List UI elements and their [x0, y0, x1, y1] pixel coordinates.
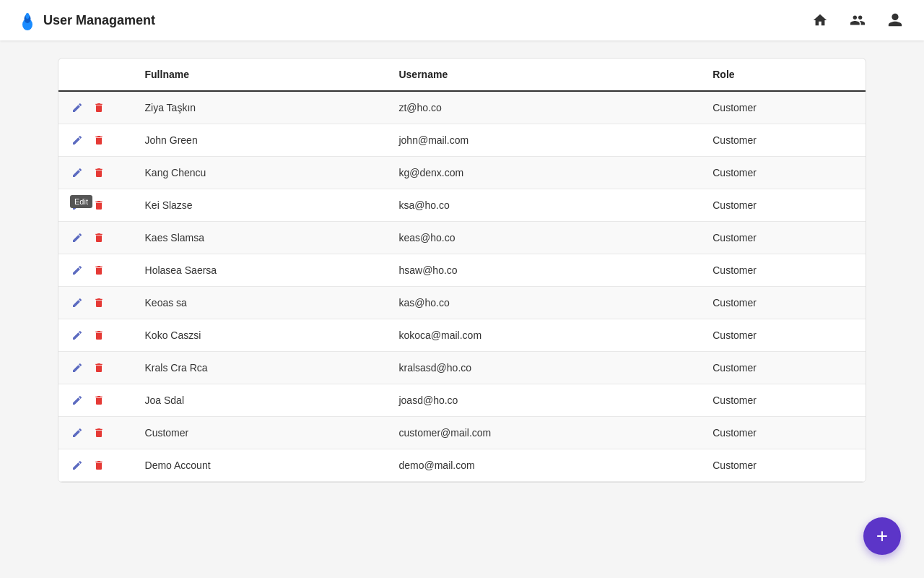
col-header-username: Username: [387, 59, 701, 91]
username-cell: kokoca@mail.com: [387, 319, 701, 352]
table-row: Koko Caszsikokoca@mail.comCustomer: [58, 319, 866, 352]
delete-button[interactable]: [92, 361, 106, 375]
svg-point-2: [26, 13, 30, 19]
actions-wrapper: [70, 100, 122, 115]
fullname-cell: Customer: [134, 417, 388, 449]
table-row: Ziya Taşkınzt@ho.coCustomer: [58, 91, 866, 124]
pencil-icon: [71, 264, 83, 276]
pencil-icon: [71, 199, 83, 211]
actions-wrapper: [70, 393, 122, 407]
username-cell: kas@ho.co: [387, 287, 701, 319]
trash-icon: [93, 232, 105, 243]
trash-icon: [93, 427, 105, 439]
actions-cell: [58, 254, 134, 287]
edit-button[interactable]: [70, 458, 84, 473]
users-button[interactable]: [846, 9, 869, 32]
home-button[interactable]: [808, 9, 832, 32]
edit-button[interactable]: [70, 100, 84, 115]
edit-button[interactable]: [70, 230, 84, 245]
role-cell: Customer: [701, 352, 866, 384]
actions-cell: [58, 124, 134, 157]
username-cell: zt@ho.co: [387, 91, 701, 124]
trash-icon: [93, 394, 105, 406]
role-cell: Customer: [701, 417, 866, 449]
fullname-cell: Ziya Taşkın: [134, 91, 388, 124]
edit-button[interactable]: [70, 426, 84, 440]
users-table-container: Fullname Username Role Ziya Taşkınzt@ho.…: [58, 58, 866, 483]
fullname-cell: John Green: [134, 124, 388, 157]
username-cell: joasd@ho.co: [387, 384, 701, 417]
role-cell: Customer: [701, 319, 866, 352]
table-row: John Greenjohn@mail.comCustomer: [58, 124, 866, 157]
delete-button[interactable]: [92, 393, 106, 407]
fullname-cell: Holasea Saersa: [134, 254, 388, 287]
actions-wrapper: [70, 328, 122, 342]
edit-button[interactable]: [70, 133, 84, 147]
username-cell: ksa@ho.co: [387, 189, 701, 222]
actions-cell: [58, 91, 134, 124]
delete-button[interactable]: [92, 296, 106, 310]
fullname-cell: Krals Cra Rca: [134, 352, 388, 384]
col-header-actions: [58, 59, 134, 91]
pencil-icon: [71, 460, 83, 471]
fullname-cell: Demo Account: [134, 449, 388, 482]
username-cell: demo@mail.com: [387, 449, 701, 482]
users-table: Fullname Username Role Ziya Taşkınzt@ho.…: [58, 59, 866, 482]
fullname-cell: Kei Slazse: [134, 189, 388, 222]
actions-cell: [58, 384, 134, 417]
fullname-cell: Kaes Slamsa: [134, 222, 388, 254]
delete-button[interactable]: [92, 165, 106, 180]
actions-wrapper: [70, 230, 122, 245]
trash-icon: [93, 102, 105, 113]
fullname-cell: Keoas sa: [134, 287, 388, 319]
role-cell: Customer: [701, 287, 866, 319]
pencil-icon: [71, 134, 83, 146]
delete-button[interactable]: [92, 100, 106, 115]
delete-button[interactable]: [92, 198, 106, 212]
edit-button[interactable]: [70, 165, 84, 180]
delete-button[interactable]: [92, 263, 106, 277]
table-row: Demo Accountdemo@mail.comCustomer: [58, 449, 866, 482]
edit-button[interactable]: [70, 198, 84, 212]
actions-cell: [58, 287, 134, 319]
header-icons: [808, 9, 907, 32]
table-row: Holasea Saersahsaw@ho.coCustomer: [58, 254, 866, 287]
fullname-cell: Kang Chencu: [134, 157, 388, 189]
table-row: Krals Cra Rcakralsasd@ho.coCustomer: [58, 352, 866, 384]
trash-icon: [93, 329, 105, 341]
edit-button[interactable]: [70, 393, 84, 407]
delete-button[interactable]: [92, 426, 106, 440]
app-logo: User Managament: [17, 10, 155, 30]
actions-wrapper: [70, 133, 122, 147]
pencil-icon: [71, 232, 83, 243]
edit-button[interactable]: [70, 328, 84, 342]
app-title: User Managament: [43, 13, 155, 28]
delete-button[interactable]: [92, 230, 106, 245]
table-row: Keoas sakas@ho.coCustomer: [58, 287, 866, 319]
trash-icon: [93, 460, 105, 471]
actions-wrapper: [70, 165, 122, 180]
fab-icon: +: [876, 525, 888, 548]
username-cell: kg@denx.com: [387, 157, 701, 189]
table-row: Joa Sdaljoasd@ho.coCustomer: [58, 384, 866, 417]
col-header-fullname: Fullname: [134, 59, 388, 91]
actions-wrapper: [70, 296, 122, 310]
role-cell: Customer: [701, 222, 866, 254]
delete-button[interactable]: [92, 328, 106, 342]
add-user-button[interactable]: +: [863, 517, 901, 555]
delete-button[interactable]: [92, 133, 106, 147]
actions-cell: [58, 157, 134, 189]
account-button[interactable]: [884, 9, 907, 32]
role-cell: Customer: [701, 124, 866, 157]
app-header: User Managament: [0, 0, 924, 40]
table-row: Kang Chencukg@denx.comCustomer: [58, 157, 866, 189]
home-icon: [812, 12, 828, 28]
edit-button[interactable]: [70, 361, 84, 375]
edit-button[interactable]: [70, 296, 84, 310]
delete-button[interactable]: [92, 458, 106, 473]
edit-button[interactable]: [70, 263, 84, 277]
actions-wrapper: [70, 263, 122, 277]
pencil-icon: [71, 362, 83, 374]
role-cell: Customer: [701, 254, 866, 287]
fullname-cell: Joa Sdal: [134, 384, 388, 417]
